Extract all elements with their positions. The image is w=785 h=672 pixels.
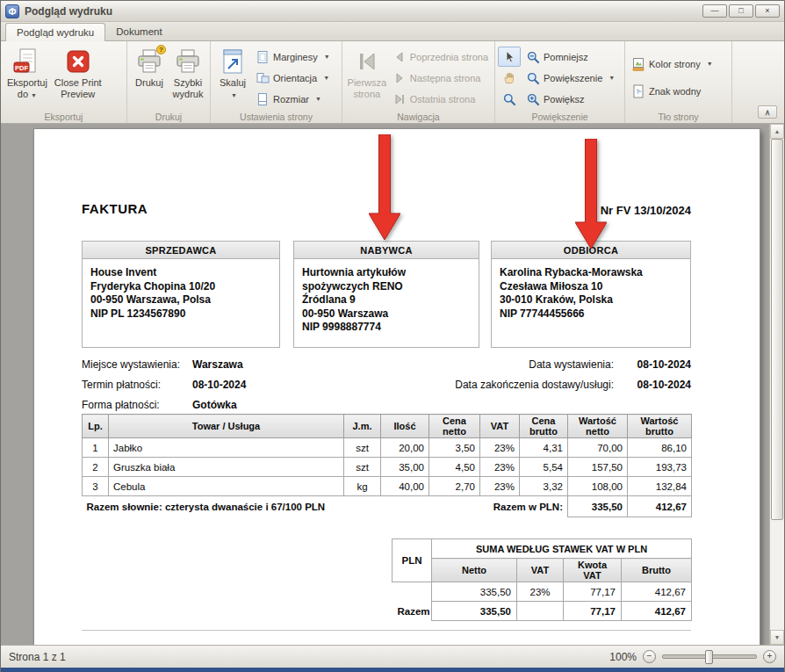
group-label-tlo-strony: Tło strony bbox=[625, 112, 731, 122]
first-page-label: Pierwszastrona bbox=[348, 77, 387, 100]
export-to-button[interactable]: PDF Eksportujdo▼ bbox=[4, 45, 51, 110]
previous-page-icon bbox=[392, 50, 407, 64]
close-button[interactable]: × bbox=[755, 4, 780, 18]
chevron-up-icon: ∧ bbox=[765, 108, 771, 117]
ribbon-group-tlo-strony: Kolor strony▼ A Znak wodny Tło strony bbox=[625, 41, 732, 123]
item-value-brutto: 86,10 bbox=[628, 438, 692, 458]
issue-place-value: Warszawa bbox=[192, 358, 243, 371]
print-label: Drukuj bbox=[135, 77, 163, 89]
item-value-netto: 157,50 bbox=[568, 458, 628, 477]
close-preview-icon bbox=[64, 47, 92, 76]
printer-icon: ? bbox=[135, 47, 163, 76]
group-label-drukuj: Drukuj bbox=[127, 112, 210, 122]
issue-date-value: 08-10-2024 bbox=[637, 358, 691, 371]
margins-button[interactable]: Marginesy▼ bbox=[252, 47, 334, 67]
annotation-arrow-nabywca bbox=[369, 134, 400, 240]
magnifier-icon bbox=[502, 92, 516, 106]
vat-currency: PLN bbox=[392, 539, 432, 582]
orientation-button[interactable]: Orientacja▼ bbox=[252, 68, 334, 88]
hand-tool-button[interactable] bbox=[498, 68, 521, 88]
page-color-button[interactable]: Kolor strony▼ bbox=[628, 54, 717, 74]
document-area: FAKTURA Nr FV 13/10/2024 SPRZEDAWCA Hous… bbox=[1, 124, 784, 645]
statusbar: Strona 1 z 1 100% − + bbox=[1, 645, 784, 672]
zoom-slider-thumb[interactable] bbox=[705, 650, 713, 664]
print-button[interactable]: ? Drukuj bbox=[130, 45, 169, 110]
seller-box: SPRZEDAWCA House Invent Fryderyka Chopin… bbox=[82, 241, 280, 348]
item-lp: 2 bbox=[83, 458, 109, 477]
scale-label: Skaluj▼ bbox=[220, 77, 246, 101]
group-label-powiekszenie: Powiększenie bbox=[495, 112, 624, 122]
dropdown-icon: ▼ bbox=[315, 96, 321, 102]
meta-row-3: Forma płatności: Gotówka bbox=[82, 399, 691, 413]
item-vat: 23% bbox=[480, 438, 520, 458]
print-preview-window: Φ Podgląd wydruku — □ × Podgląd wydruku … bbox=[0, 0, 785, 672]
collapse-ribbon-button[interactable]: ∧ bbox=[758, 105, 777, 119]
maximize-button[interactable]: □ bbox=[729, 4, 753, 18]
orientation-icon bbox=[256, 71, 270, 85]
size-button[interactable]: Rozmiar▼ bbox=[252, 89, 334, 109]
buyer-header: NABYWCA bbox=[294, 242, 479, 259]
vat-total-row: Razem 335,50 77,17 412,67 bbox=[392, 602, 692, 621]
col-wartosc-netto: Wartość netto bbox=[568, 415, 628, 438]
scroll-down-button[interactable]: ▼ bbox=[770, 630, 784, 645]
dropdown-icon: ▼ bbox=[609, 75, 615, 81]
first-page-button[interactable]: Pierwszastrona bbox=[345, 45, 389, 110]
svg-text:PDF: PDF bbox=[15, 64, 28, 72]
vat-col-netto: Netto bbox=[432, 559, 517, 582]
zoom-control: 100% − + bbox=[609, 650, 776, 663]
scale-button[interactable]: Skaluj▼ bbox=[213, 45, 252, 110]
zoom-out-ribbon-button[interactable]: Pomniejsz bbox=[522, 47, 618, 67]
tab-dokument[interactable]: Dokument bbox=[105, 23, 172, 40]
item-name: Jabłko bbox=[109, 438, 344, 458]
scroll-up-button[interactable]: ▲ bbox=[770, 124, 784, 139]
buyer-details: Hurtownia artykułów spożywczych RENO Źró… bbox=[294, 259, 479, 335]
delivery-date-label: Data zakończenia dostawy/usługi: bbox=[455, 379, 614, 391]
first-page-icon bbox=[353, 47, 381, 76]
close-print-preview-button[interactable]: Close PrintPreview bbox=[51, 45, 105, 110]
last-page-button[interactable]: Ostatnia strona bbox=[389, 89, 492, 109]
scrollbar-thumb[interactable] bbox=[771, 139, 783, 520]
ribbon-group-powiekszenie: Pomniejsz Powiększenie▼ Powiększ Powięks… bbox=[495, 41, 625, 123]
dropdown-icon: ▼ bbox=[324, 54, 330, 60]
item-value-brutto: 132,84 bbox=[628, 477, 692, 496]
item-name: Cebula bbox=[109, 477, 344, 496]
table-row: 3 Cebula kg 40,00 2,70 23% 3,32 108,00 1… bbox=[83, 477, 692, 496]
next-page-button[interactable]: Następna strona bbox=[389, 68, 492, 88]
magnifier-tool-button[interactable] bbox=[498, 89, 521, 109]
quick-print-button[interactable]: Szybkiwydruk bbox=[169, 45, 207, 110]
item-vat: 23% bbox=[480, 477, 520, 496]
previous-page-button[interactable]: Poprzednia strona bbox=[389, 47, 492, 67]
item-price-brutto: 5,54 bbox=[520, 458, 568, 477]
vat-header-row: Netto VAT Kwota VAT Brutto bbox=[392, 559, 692, 582]
zoom-in-button[interactable]: + bbox=[763, 650, 776, 663]
zoom-in-ribbon-button[interactable]: Powiększ bbox=[522, 89, 618, 109]
zoom-in-icon bbox=[526, 92, 540, 106]
zoom-level-button[interactable]: Powiększenie▼ bbox=[522, 68, 618, 88]
app-icon: Φ bbox=[5, 4, 19, 18]
item-value-netto: 108,00 bbox=[568, 477, 628, 496]
zoom-slider[interactable] bbox=[662, 654, 757, 659]
col-vat: VAT bbox=[480, 415, 520, 438]
issue-date-label: Data wystawienia: bbox=[529, 358, 614, 371]
items-header-row: Lp. Towar / Usługa J.m. Ilość Cena netto… bbox=[83, 415, 692, 438]
group-label-nawigacja: Nawigacja bbox=[342, 112, 494, 122]
pointer-tool-button[interactable] bbox=[498, 47, 521, 67]
watermark-icon: A bbox=[631, 84, 645, 98]
zoom-out-button[interactable]: − bbox=[643, 650, 656, 663]
item-value-netto: 70,00 bbox=[568, 438, 628, 458]
scale-icon bbox=[219, 47, 247, 76]
hand-icon bbox=[502, 71, 516, 85]
section-divider bbox=[82, 630, 691, 631]
ribbon-tab-strip: Podgląd wydruku Dokument bbox=[1, 22, 784, 41]
payment-method-label: Forma płatności: bbox=[82, 399, 160, 411]
dropdown-icon: ▼ bbox=[323, 75, 329, 81]
watermark-button[interactable]: A Znak wodny bbox=[628, 81, 704, 101]
dropdown-icon: ▼ bbox=[231, 92, 237, 98]
vertical-scrollbar[interactable]: ▲ ▼ bbox=[769, 124, 784, 645]
vat-data-row: 335,50 23% 77,17 412,67 bbox=[392, 582, 692, 602]
col-lp: Lp. bbox=[83, 415, 109, 438]
receiver-box: ODBIORCA Karolina Rybacka-Morawska Czesł… bbox=[491, 241, 691, 348]
export-pdf-icon: PDF bbox=[13, 47, 41, 76]
minimize-button[interactable]: — bbox=[702, 4, 727, 18]
tab-podglad-wydruku[interactable]: Podgląd wydruku bbox=[5, 23, 105, 41]
